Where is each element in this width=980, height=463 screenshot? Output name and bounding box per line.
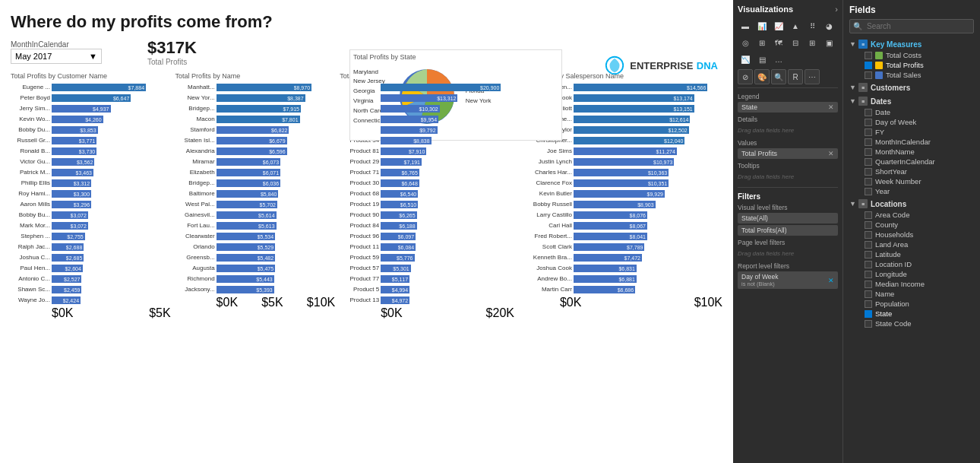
field-item[interactable]: Day of Week [846,117,977,127]
field-checkbox[interactable] [865,271,872,278]
field-item[interactable]: Population [846,299,977,309]
values-field-tag[interactable]: Total Profits ✕ [738,148,838,159]
field-checkbox[interactable] [865,158,872,166]
field-checkbox[interactable] [865,320,872,328]
field-item[interactable]: MonthInCalendar [846,137,977,147]
field-item[interactable]: Year [846,186,977,196]
field-checkbox[interactable] [865,221,872,229]
values-field-x[interactable]: ✕ [828,150,834,157]
chart2-bars: Manhatt...$8,970New Yor...$8,387Bridgep.… [175,82,336,294]
field-item[interactable]: FY [846,127,977,137]
field-checkbox[interactable] [865,290,872,298]
viz-tool-format[interactable]: 🎨 [754,69,770,84]
month-filter-select[interactable]: May 2017 ▼ [11,49,102,64]
field-item[interactable]: State Code [846,319,977,328]
viz-icon-line[interactable]: 📈 [771,18,786,33]
field-checkbox[interactable] [865,211,872,219]
field-group-header[interactable]: ▼≡Dates [846,95,977,107]
bar-row: Martin Carr$6,686 [519,284,722,294]
field-checkbox[interactable] [865,261,872,268]
viz-icon-stacked-bar[interactable]: ▬ [738,18,753,33]
field-item-label: QuarterInCalendar [875,157,935,166]
field-item[interactable]: Total Sales [846,70,977,80]
chart1-bars: Eugene ...$7,884Peter Boyd$6,647Jerry Si… [11,82,171,305]
field-item[interactable]: ShortYear [846,166,977,176]
bar-row: Phillip Ellis$3,312 [11,178,171,188]
field-item[interactable]: Total Profits [846,60,977,70]
chart3-xaxis: $0K$20K [340,306,514,320]
search-box: 🔍 [849,18,974,33]
viz-icon-card[interactable]: ▣ [821,35,836,50]
enterprise-dna-logo-icon [604,55,625,76]
field-item[interactable]: QuarterInCalendar [846,157,977,166]
viz-icon-more[interactable]: … [771,52,786,67]
field-checkbox[interactable] [865,52,872,59]
field-checkbox[interactable] [865,109,872,116]
field-item[interactable]: Date [846,107,977,117]
field-item[interactable]: Week Number [846,176,977,186]
legend-field-tag[interactable]: State ✕ [738,102,838,113]
field-item[interactable]: Name [846,289,977,299]
viz-tool-filter[interactable]: ⊘ [738,69,753,84]
field-checkbox[interactable] [865,231,872,239]
field-checkbox[interactable] [865,138,872,146]
details-drag-area: Drag data fields here [738,125,838,136]
viz-icon-treemap[interactable]: ⊞ [754,35,770,50]
field-item[interactable]: Area Code [846,210,977,220]
field-item[interactable]: Location ID [846,259,977,269]
report-filter-badge[interactable]: Day of Week is not (Blank) ✕ [738,271,838,289]
field-group-header[interactable]: ▼≡Customers [846,81,977,94]
field-checkbox[interactable] [865,188,872,195]
field-item[interactable]: Latitude [846,249,977,259]
viz-tool-analytics[interactable]: 🔍 [771,69,786,84]
viz-tool-r[interactable]: R [788,69,803,84]
field-checkbox[interactable] [865,71,872,79]
bar-row: Macon$7,801 [175,114,336,124]
field-item[interactable]: Median Income [846,279,977,289]
field-checkbox[interactable] [865,148,872,156]
field-checkbox[interactable] [865,178,872,186]
field-item[interactable]: Longitude [846,269,977,279]
viz-icon-scatter[interactable]: ⠿ [805,18,820,33]
field-item[interactable]: MonthName [846,147,977,157]
filter-badge-2[interactable]: Total Profits(All) [738,225,838,236]
field-checkbox[interactable] [865,119,872,126]
field-group-header[interactable]: ▼≡Key Measures [846,38,977,50]
bar-row: Kevin Butler$9,929 [519,189,722,198]
field-item[interactable]: Households [846,230,977,239]
field-checkbox[interactable] [865,128,872,136]
field-item[interactable]: State [846,309,977,319]
field-item-label: FY [875,128,884,136]
field-checkbox[interactable] [865,168,872,176]
field-checkbox[interactable] [865,300,872,308]
search-input[interactable] [849,19,974,33]
viz-icon-matrix[interactable]: ⊞ [805,35,820,50]
bar-row: Ralph Jac...$2,688 [11,242,171,252]
viz-icon-bar[interactable]: 📊 [754,18,770,33]
field-checkbox[interactable] [865,241,872,249]
viz-icon-slicer[interactable]: ▤ [754,52,770,67]
viz-icon-map[interactable]: 🗺 [771,35,786,50]
field-checkbox[interactable] [865,310,872,318]
bar-row: Product 19$6,510 [340,199,514,209]
field-item[interactable]: County [846,220,977,230]
filter-badge-1[interactable]: State(All) [738,213,838,224]
field-group-header[interactable]: ▼≡Locations [846,198,977,210]
bar-row: Product 84$6,188 [340,220,514,230]
field-item[interactable]: Land Area [846,239,977,249]
viz-icon-area[interactable]: ▲ [788,18,803,33]
viz-icon-pie[interactable]: ◕ [821,18,836,33]
viz-tool-row: ⊘ 🎨 🔍 R ⋯ [738,69,838,88]
field-item[interactable]: Total Costs [846,50,977,60]
field-checkbox[interactable] [865,281,872,288]
field-checkbox[interactable] [865,251,872,258]
viz-icon-kpi[interactable]: 📉 [738,52,753,67]
field-item-label: Day of Week [875,118,916,126]
viz-icon-donut[interactable]: ◎ [738,35,753,50]
viz-icon-table[interactable]: ⊟ [788,35,803,50]
viz-tool-more2[interactable]: ⋯ [805,69,820,84]
fields-header: Fields [843,0,980,18]
legend-field-x[interactable]: ✕ [828,103,834,111]
field-checkbox[interactable] [865,62,872,69]
bar-row: Miramar$6,073 [175,157,336,166]
